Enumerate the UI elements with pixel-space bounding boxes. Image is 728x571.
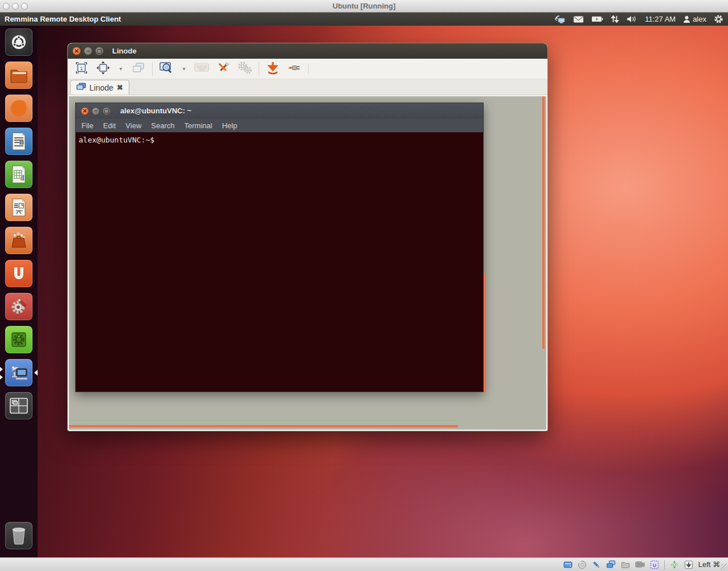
duplicate-connection-button[interactable] [130, 61, 146, 77]
terminal-maximize-button[interactable]: ▢ [103, 107, 111, 115]
launcher-item-libreoffice-calc[interactable] [5, 161, 32, 188]
user-name: alex [693, 15, 706, 23]
tab-connection-icon [76, 83, 86, 93]
duplicate-connection-icon [132, 62, 145, 76]
remote-terminal-window[interactable]: ✕ – ▢ alex@ubuntuVNC: ~ File Edit View S… [75, 103, 484, 392]
virtualization-features-icon[interactable]: U [650, 560, 659, 569]
svg-text:U: U [652, 562, 656, 568]
ubuntu-dash-icon [9, 32, 28, 52]
unity-launcher [0, 26, 38, 557]
disconnect-button[interactable] [287, 61, 302, 77]
launcher-item-software-updater[interactable] [5, 326, 32, 353]
running-arrow-icon [0, 375, 3, 380]
software-center-bag-icon [9, 231, 28, 250]
remmina-toolbar: 1 ▾ ▾ [68, 59, 547, 79]
launcher-item-remmina[interactable] [5, 359, 32, 386]
toolbar-separator [152, 62, 153, 76]
remmina-icon [9, 363, 29, 382]
terminal-title: alex@ubuntuVNC: ~ [120, 107, 191, 115]
fullscreen-icon: 1 [75, 62, 88, 76]
trash-icon [10, 526, 28, 545]
software-updater-icon [9, 330, 28, 349]
ubuntu-top-panel: Remmina Remote Desktop Client 11:27 AM [0, 13, 728, 26]
usb-devices-icon[interactable] [592, 560, 601, 569]
terminal-close-button[interactable]: ✕ [81, 107, 89, 115]
host-window-title: Ubuntu [Running] [0, 2, 728, 10]
remmina-titlebar[interactable]: ✕ – ▢ Linode [68, 43, 547, 59]
tab-label: Linode [89, 83, 113, 92]
menu-edit[interactable]: Edit [103, 121, 116, 130]
clock[interactable]: 11:27 AM [645, 15, 676, 23]
terminal-body[interactable]: alex@ubuntuVNC:~$ [76, 132, 483, 147]
shell-prompt: alex@ubuntuVNC:~$ [79, 136, 154, 144]
scaled-mode-button[interactable] [158, 61, 174, 77]
shared-folders-icon[interactable] [621, 561, 630, 569]
network-adapters-icon[interactable] [606, 560, 616, 569]
keyboard-capture-icon[interactable] [684, 560, 693, 569]
launcher-item-trash[interactable] [5, 522, 32, 549]
ubuntu-one-icon [9, 264, 28, 283]
active-app-title: Remmina Remote Desktop Client [5, 15, 121, 23]
tab-close-icon[interactable]: ✖ [117, 83, 123, 92]
volume-indicator-icon[interactable] [627, 15, 637, 23]
launcher-item-system-settings[interactable] [5, 293, 32, 320]
grab-keyboard-icon [194, 63, 209, 75]
grab-keyboard-button[interactable] [194, 61, 210, 77]
workspace-switcher-icon [9, 397, 28, 414]
menu-terminal[interactable]: Terminal [185, 121, 212, 130]
launcher-item-dash-home[interactable] [5, 28, 32, 56]
window-close-button[interactable]: ✕ [72, 47, 81, 55]
zoom-button[interactable] [21, 3, 28, 10]
mail-indicator-icon[interactable] [573, 15, 584, 23]
remmina-window: ✕ – ▢ Linode 1 ▾ ▾ [67, 43, 548, 431]
host-titlebar[interactable]: Ubuntu [Running] [0, 0, 728, 13]
close-button[interactable] [3, 3, 10, 10]
writer-document-icon [10, 132, 27, 151]
launcher-item-software-center[interactable] [5, 227, 32, 254]
tools-button[interactable] [215, 61, 231, 77]
hard-disks-icon[interactable] [563, 560, 572, 569]
mouse-integration-icon[interactable] [670, 560, 679, 569]
vnc-viewport[interactable]: ✕ – ▢ alex@ubuntuVNC: ~ File Edit View S… [68, 95, 547, 431]
scaled-mode-icon [159, 61, 174, 77]
preferences-button[interactable] [237, 61, 253, 77]
toolbar-separator [308, 64, 309, 74]
launcher-item-libreoffice-writer[interactable] [5, 128, 32, 155]
vbox-statusbar: U Left ⌘ [0, 557, 728, 571]
host-key-label: Left ⌘ [698, 560, 720, 569]
optical-drives-icon[interactable] [578, 560, 587, 569]
launcher-item-ubuntu-one[interactable] [5, 260, 32, 287]
battery-indicator-icon[interactable] [591, 15, 603, 23]
network-indicator-icon[interactable] [554, 15, 566, 24]
launcher-item-workspace-switcher[interactable] [5, 392, 32, 419]
statusbar-divider [664, 560, 665, 569]
settings-gear-wrench-icon [9, 296, 29, 317]
window-minimize-button[interactable]: – [84, 47, 92, 55]
autofit-dropdown-button[interactable]: ▾ [117, 61, 125, 77]
minimize-button[interactable] [12, 3, 19, 10]
terminal-titlebar[interactable]: ✕ – ▢ alex@ubuntuVNC: ~ [76, 103, 483, 119]
user-menu[interactable]: alex [683, 15, 706, 23]
minimize-connection-button[interactable] [265, 61, 281, 77]
resize-grip[interactable] [721, 564, 727, 570]
session-gear-icon[interactable] [714, 14, 723, 24]
preferences-icon [237, 61, 253, 77]
terminal-minimize-button[interactable]: – [92, 107, 100, 115]
connection-tab-linode[interactable]: Linode ✖ [70, 80, 129, 95]
fullscreen-button[interactable]: 1 [73, 61, 89, 77]
launcher-item-files[interactable] [5, 62, 32, 89]
sync-indicator-icon[interactable] [611, 15, 619, 23]
window-maximize-button[interactable]: ▢ [95, 47, 104, 55]
menu-file[interactable]: File [81, 121, 93, 130]
scaled-dropdown-button[interactable]: ▾ [180, 61, 188, 77]
terminal-menubar: File Edit View Search Terminal Help [76, 119, 483, 132]
remmina-window-title: Linode [112, 47, 137, 55]
launcher-item-libreoffice-impress[interactable] [5, 194, 32, 221]
autofit-window-button[interactable] [95, 61, 111, 77]
menu-search[interactable]: Search [151, 121, 174, 130]
virtualbox-host-window: Ubuntu [Running] Remmina Remote Desktop … [0, 0, 728, 571]
menu-view[interactable]: View [125, 121, 141, 130]
launcher-item-firefox[interactable] [5, 95, 32, 122]
display-icon[interactable] [635, 561, 645, 569]
menu-help[interactable]: Help [222, 121, 238, 130]
